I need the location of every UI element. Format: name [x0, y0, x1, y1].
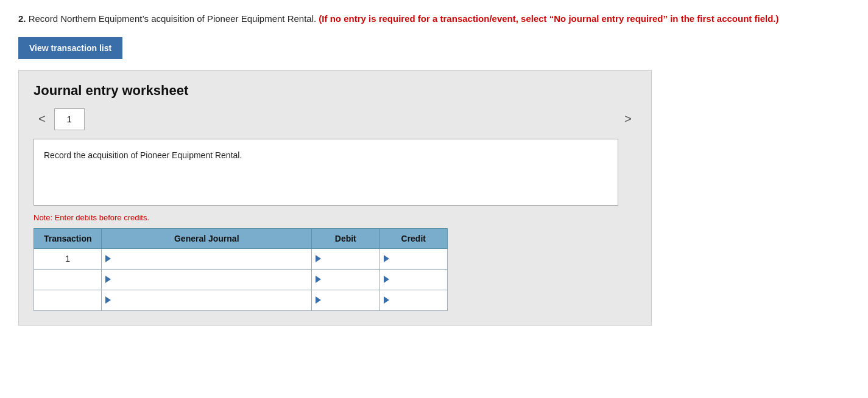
credit-dropdown-arrow[interactable]	[384, 276, 389, 283]
gj-dropdown-arrow[interactable]	[105, 276, 111, 283]
description-text: Record the acquisition of Pioneer Equipm…	[44, 150, 242, 160]
instruction-number: 2.	[18, 13, 26, 24]
next-page-arrow[interactable]: >	[619, 110, 637, 128]
journal-table: Transaction General Journal Debit Credit…	[34, 228, 448, 311]
general-journal-cell[interactable]	[102, 248, 312, 269]
note-text: Note: Enter debits before credits.	[34, 213, 637, 222]
debit-cell[interactable]	[312, 269, 379, 290]
nav-row: < >	[34, 108, 637, 130]
credit-cell[interactable]	[379, 248, 448, 269]
credit-dropdown-arrow[interactable]	[384, 255, 389, 262]
transaction-cell: 1	[34, 248, 102, 269]
transaction-cell	[34, 269, 102, 290]
col-header-general-journal: General Journal	[102, 228, 312, 248]
general-journal-cell[interactable]	[102, 269, 312, 290]
debit-cell[interactable]	[312, 290, 379, 310]
worksheet-title: Journal entry worksheet	[34, 83, 637, 99]
instruction-bold-red: (If no entry is required for a transacti…	[319, 13, 778, 24]
journal-entry-worksheet: Journal entry worksheet < > Record the a…	[18, 70, 652, 326]
credit-cell[interactable]	[379, 269, 448, 290]
debit-cell[interactable]	[312, 248, 379, 269]
col-header-debit: Debit	[312, 228, 379, 248]
debit-dropdown-arrow[interactable]	[316, 296, 321, 304]
gj-dropdown-arrow[interactable]	[105, 296, 111, 304]
instruction-normal: Record Northern Equipment’s acquisition …	[29, 13, 319, 24]
view-transaction-list-button[interactable]: View transaction list	[18, 37, 122, 59]
table-row: 1	[34, 248, 448, 269]
table-row	[34, 290, 448, 310]
instruction-text: 2. Record Northern Equipment’s acquisiti…	[18, 12, 850, 26]
col-header-transaction: Transaction	[34, 228, 102, 248]
credit-cell[interactable]	[379, 290, 448, 310]
transaction-cell	[34, 290, 102, 310]
prev-page-arrow[interactable]: <	[34, 110, 51, 128]
page-number-input[interactable]	[54, 108, 85, 130]
credit-dropdown-arrow[interactable]	[384, 296, 389, 304]
debit-dropdown-arrow[interactable]	[316, 276, 321, 283]
col-header-credit: Credit	[379, 228, 448, 248]
transaction-description: Record the acquisition of Pioneer Equipm…	[34, 139, 618, 206]
general-journal-cell[interactable]	[102, 290, 312, 310]
gj-dropdown-arrow[interactable]	[105, 255, 111, 262]
table-row	[34, 269, 448, 290]
debit-dropdown-arrow[interactable]	[316, 255, 321, 262]
